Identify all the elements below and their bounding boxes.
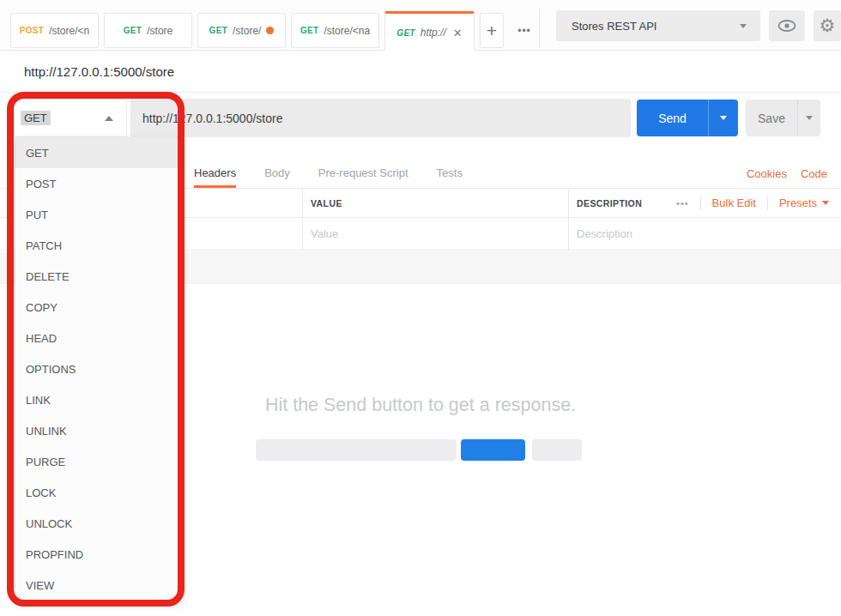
code-link[interactable]: Code [801, 167, 827, 180]
chevron-down-icon [720, 116, 727, 120]
request-tab[interactable]: GET /store/ [197, 13, 286, 48]
editor-links: Cookies Code [747, 158, 827, 189]
new-tab-button[interactable]: + [480, 13, 504, 48]
tab-method: GET [396, 28, 414, 38]
environment-selector-value: Stores REST API [556, 20, 656, 33]
environment-quicklook-button[interactable] [769, 10, 805, 41]
kv-header-controls: ••• Bulk Edit Presets [676, 196, 841, 210]
tab-method: POST [20, 26, 44, 35]
method-option-unlock[interactable]: UNLOCK [15, 509, 182, 540]
tab-path: /store/<na [324, 25, 370, 37]
chevron-up-icon [105, 116, 113, 121]
tab-headers[interactable]: Headers [194, 158, 236, 188]
tab-path: /store/<n [49, 25, 89, 37]
method-option-put[interactable]: PUT [15, 199, 182, 230]
tab-body[interactable]: Body [264, 158, 290, 188]
divider [767, 196, 768, 210]
method-option-post[interactable]: POST [15, 168, 182, 199]
divider [700, 196, 701, 210]
chevron-down-icon [822, 201, 829, 205]
method-select-value: GET [21, 111, 51, 125]
save-button-label: Save [746, 112, 797, 125]
method-option-unlink[interactable]: UNLINK [15, 416, 182, 447]
skeleton-send-button [461, 439, 525, 461]
method-option-link[interactable]: LINK [15, 385, 182, 416]
save-button[interactable]: Save [746, 100, 820, 136]
method-select[interactable]: GET [12, 99, 127, 137]
method-option-view[interactable]: VIEW [15, 571, 182, 601]
skeleton-save-button [532, 439, 582, 461]
request-builder-bar: Send Save GET [0, 93, 841, 144]
method-option-options[interactable]: OPTIONS [15, 353, 182, 384]
tab-path: /store [147, 25, 172, 37]
method-option-lock[interactable]: LOCK [15, 478, 182, 509]
tab-tests[interactable]: Tests [437, 158, 463, 188]
send-options-button[interactable] [709, 116, 738, 120]
value-cell [302, 218, 568, 250]
more-tabs-button[interactable]: ••• [509, 13, 540, 48]
request-tab[interactable]: GET /store [104, 13, 192, 48]
send-button[interactable]: Send [637, 100, 738, 136]
header-bar: POST /store/<n GET /store GET /store/ GE… [0, 0, 841, 51]
method-option-patch[interactable]: PATCH [15, 230, 182, 261]
skeleton-url-bar [256, 439, 457, 461]
method-option-purge[interactable]: PURGE [15, 447, 182, 478]
method-option-copy[interactable]: COPY [15, 292, 182, 323]
settings-button[interactable]: ⚙ [814, 10, 841, 41]
header-divider [539, 9, 540, 48]
description-input[interactable] [569, 227, 841, 240]
send-button-label: Send [637, 112, 708, 125]
method-option-delete[interactable]: DELETE [15, 261, 182, 292]
method-option-head[interactable]: HEAD [15, 323, 182, 353]
eye-icon [777, 20, 796, 32]
request-title-row: http://127.0.0.1:5000/store [0, 51, 841, 93]
description-cell [568, 218, 841, 250]
tab-method: GET [300, 26, 318, 35]
request-tab[interactable]: GET /store/<na [291, 13, 379, 48]
gear-icon: ⚙ [820, 15, 836, 36]
value-input[interactable] [303, 227, 568, 240]
method-option-get[interactable]: GET [15, 137, 182, 168]
cookies-link[interactable]: Cookies [747, 167, 787, 180]
value-column-header: VALUE [302, 189, 568, 217]
environment-selector[interactable]: Stores REST API [556, 10, 760, 41]
method-dropdown-list: GET POST PUT PATCH DELETE COPY HEAD OPTI… [15, 137, 183, 602]
tab-method: GET [124, 26, 142, 35]
more-options-icon[interactable]: ••• [676, 198, 689, 208]
url-input[interactable] [130, 99, 631, 137]
bulk-edit-link[interactable]: Bulk Edit [712, 196, 756, 209]
request-tab-active[interactable]: GET http:// ✕ [384, 11, 475, 51]
tab-pre-request-script[interactable]: Pre-request Script [318, 158, 408, 188]
page-title: http://127.0.0.1:5000/store [0, 64, 174, 79]
presets-dropdown[interactable]: Presets [779, 196, 829, 209]
description-column-header: DESCRIPTION ••• Bulk Edit Presets [568, 189, 841, 217]
postman-app: POST /store/<n GET /store GET /store/ GE… [0, 0, 841, 616]
chevron-down-icon [806, 116, 813, 120]
unsaved-dot-icon [266, 27, 274, 34]
request-tab-strip: POST /store/<n GET /store GET /store/ GE… [10, 0, 540, 51]
chevron-down-icon [740, 24, 747, 28]
request-tab[interactable]: POST /store/<n [10, 13, 99, 48]
tab-method: GET [209, 26, 227, 35]
close-tab-icon[interactable]: ✕ [453, 27, 463, 39]
method-option-propfind[interactable]: PROPFIND [15, 540, 182, 571]
tab-path: http:// [420, 27, 446, 39]
tab-path: /store/ [233, 25, 261, 37]
save-options-button[interactable] [798, 116, 820, 120]
